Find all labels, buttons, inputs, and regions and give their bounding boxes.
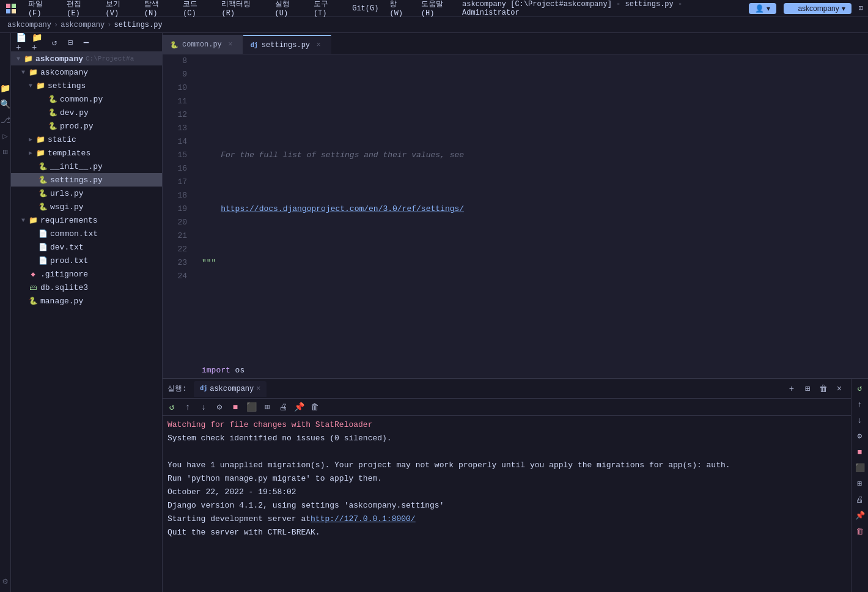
svg-rect-2 [6,9,10,13]
activity-search[interactable]: 🔍 [0,98,12,110]
menu-view[interactable]: 보기(V) [101,0,138,19]
term-print-btn[interactable]: 🖨 [276,401,290,414]
terminal-tab-askcompany[interactable]: dj askcompany × [194,381,267,397]
sidebar-toolbar: 📄+ 📁+ ↺ ⊟ — [11,33,162,52]
term-run-migrate-text: Run 'python manage.py migrate' to apply … [167,472,382,486]
term-trash2-btn[interactable]: 🗑 [308,401,322,414]
term-up-btn[interactable]: ↑ [181,401,194,414]
term-gear-btn[interactable]: ⚙ [213,401,226,414]
code-text[interactable]: For the full list of settings and their … [192,54,868,378]
menu-code[interactable]: 코드(C) [178,0,215,19]
term-stop2-btn[interactable]: ⬛ [245,401,258,414]
term-down-btn[interactable]: ↓ [197,401,210,414]
term-side-grid[interactable]: ⊞ [853,477,867,490]
tree-item-requirements[interactable]: ▼ 📁 requirements [11,213,162,227]
user-button[interactable]: 👤 ▾ [749,3,776,14]
activity-settings[interactable]: ⚙ [0,575,12,587]
tree-item-settings[interactable]: ▼ 📁 settings [11,79,162,92]
tree-item-askcompany[interactable]: ▼ 📁 askcompany [11,65,162,79]
terminal-add-btn[interactable]: + [785,382,798,396]
askcompany-arrow: ▼ [18,69,28,76]
terminal-label: 실행: [167,383,191,394]
term-stop-btn[interactable]: ■ [229,401,242,414]
menu-window[interactable]: 창(W) [384,0,414,19]
root-folder-icon: 📁 [23,54,33,64]
tree-root[interactable]: ▼ 📁 askcompany C:\Project#a [11,52,162,65]
project-button[interactable]: dj askcompany ▾ [784,3,851,14]
tab-common-py-label: common.py [182,40,222,49]
term-side-pin[interactable]: 📌 [853,509,867,522]
term-side-up[interactable]: ↑ [853,398,867,411]
term-side-stop[interactable]: ■ [853,445,867,459]
term-side-stop2[interactable]: ⬛ [853,461,867,475]
tree-item-init-py[interactable]: ▶ 🐍 __init__.py [11,160,162,173]
code-line-12 [202,310,868,324]
terminal-trash-btn[interactable]: 🗑 [817,382,830,396]
tree-item-dev-txt[interactable]: ▶ 📄 dev.txt [11,240,162,254]
collapse-icon[interactable]: ⊟ [64,35,77,49]
menu-refactor[interactable]: 리팩터링(R) [216,0,268,19]
terminal-close-btn[interactable]: × [833,382,846,396]
tree-item-gitignore[interactable]: ▶ ◆ .gitignore [11,267,162,281]
tree-item-db-sqlite[interactable]: ▶ 🗃 db.sqlite3 [11,281,162,294]
tree-item-settings-py[interactable]: ▶ 🐍 settings.py [11,173,162,187]
term-side-trash[interactable]: 🗑 [853,525,867,538]
tree-item-dev-py[interactable]: ▶ 🐍 dev.py [11,106,162,119]
code-line-13: import os [202,364,868,377]
term-side-gear[interactable]: ⚙ [853,429,867,443]
menu-navigate[interactable]: 탐색(N) [139,0,177,19]
term-server-link[interactable]: http://127.0.0.1:8000/ [311,512,416,526]
svg-rect-1 [12,4,16,8]
term-line-blank [167,445,846,459]
activity-debug[interactable]: ▷ [0,130,12,142]
tree-item-static[interactable]: ▶ 📁 static [11,133,162,146]
tree-item-common-txt[interactable]: ▶ 📄 common.txt [11,227,162,240]
term-side-print[interactable]: 🖨 [853,493,867,506]
tree-item-wsgi-py[interactable]: ▶ 🐍 wsgi.py [11,200,162,213]
term-side-refresh[interactable]: ↺ [853,382,867,395]
menu-git[interactable]: Git(G) [347,3,383,14]
breadcrumb-part-1[interactable]: askcompany [7,21,51,29]
term-side-down[interactable]: ↓ [853,413,867,427]
tab-common-py-close[interactable]: × [226,40,235,50]
tree-item-urls-py[interactable]: ▶ 🐍 urls.py [11,187,162,200]
code-editor[interactable]: 8 9 10 11 12 13 14 15 16 17 18 19 20 21 … [163,54,868,378]
code-line-11: """ [202,256,868,270]
new-file-icon[interactable]: 📄+ [16,35,29,49]
breadcrumb-part-2[interactable]: askcompany [61,21,105,29]
refresh-icon[interactable]: ↺ [48,35,61,49]
term-refresh-btn[interactable]: ↺ [165,401,178,414]
menu-tools[interactable]: 도구(T) [309,0,346,19]
tab-settings-py[interactable]: dj settings.py × [243,35,331,54]
menu-run[interactable]: 실행(U) [270,0,307,19]
activity-git[interactable]: ⎇ [0,114,12,126]
terminal-split-btn[interactable]: ⊞ [801,382,814,396]
code-import-kw: import [202,364,230,377]
code-line-10-url[interactable]: https://docs.djangoproject.com/en/3.0/re… [221,202,464,216]
tree-item-prod-py[interactable]: ▶ 🐍 prod.py [11,119,162,133]
term-quit-text: Quit the server with CTRL-BREAK. [167,526,320,539]
menu-help[interactable]: 도움말(H) [416,0,461,19]
activity-extensions[interactable]: ⊞ [0,146,12,158]
code-line-9-text: For the full list of settings and their … [202,149,464,162]
terminal-tab-close[interactable]: × [256,385,260,393]
menu-file[interactable]: 파일(F) [23,0,61,19]
tree-item-manage-py[interactable]: ▶ 🐍 manage.py [11,294,162,308]
tree-item-templates[interactable]: ▶ 📁 templates [11,146,162,160]
new-folder-icon[interactable]: 📁+ [32,35,45,49]
line-num-18: 18 [163,189,187,202]
tree-item-common-py[interactable]: ▶ 🐍 common.py [11,92,162,106]
term-grid-btn[interactable]: ⊞ [260,401,274,414]
activity-explorer[interactable]: 📁 [0,82,12,94]
init-spacer: ▶ [28,163,38,170]
urls-py-label: urls.py [50,189,84,198]
tree-item-prod-txt[interactable]: ▶ 📄 prod.txt [11,254,162,267]
sidebar-close-icon[interactable]: — [79,35,93,49]
tab-common-py[interactable]: 🐍 common.py × [163,35,243,54]
term-pin-btn[interactable]: 📌 [292,401,306,414]
settings-py-spacer: ▶ [28,176,38,183]
prod-py-spacer: ▶ [38,122,48,130]
breadcrumb-sep-2: › [107,21,111,29]
tab-settings-py-close[interactable]: × [314,40,323,50]
menu-edit[interactable]: 편집(E) [62,0,99,19]
